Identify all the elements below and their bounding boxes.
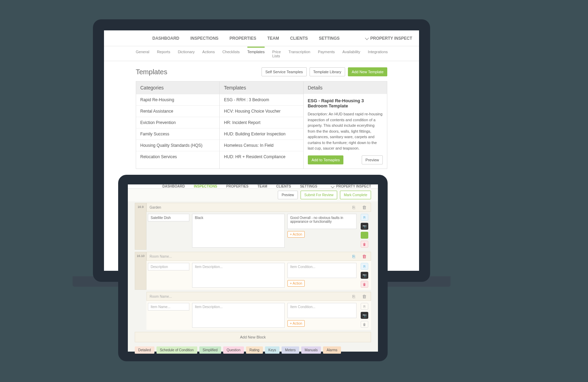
- category-item[interactable]: Eviction Prevention: [136, 117, 219, 128]
- templates-panel: Categories Rapid Re-Housing Rental Assis…: [136, 81, 387, 169]
- item-description-field[interactable]: Black: [192, 214, 285, 248]
- add-to-templates-button[interactable]: Add to Temaples: [308, 155, 344, 164]
- nav-properties[interactable]: PROPERTIES: [226, 184, 248, 188]
- category-item[interactable]: Rapid Re-Housing: [136, 94, 219, 105]
- template-item[interactable]: HUD: Building Exterior Inspection: [220, 128, 303, 140]
- item-name-field[interactable]: Item Name...: [148, 303, 189, 311]
- block-type-chip[interactable]: Rating: [246, 346, 263, 354]
- block-type-chip[interactable]: Keys: [265, 346, 279, 354]
- nav-settings[interactable]: SETTINGS: [300, 184, 317, 188]
- mark-complete-button[interactable]: Mark Complete: [340, 191, 371, 199]
- brand-dropdown[interactable]: PROPERTY INSPECT: [366, 36, 412, 41]
- room-name-row[interactable]: Room Name...⎘🗑: [146, 252, 371, 261]
- trash-icon[interactable]: 🗑: [361, 281, 368, 288]
- copy-icon[interactable]: ⎘: [361, 303, 368, 310]
- nav-team[interactable]: TEAM: [257, 184, 267, 188]
- block-number: 16.9: [135, 203, 146, 250]
- nav-settings[interactable]: SETTINGS: [319, 36, 340, 41]
- submenu-integrations[interactable]: Integrations: [368, 50, 388, 61]
- copy-icon[interactable]: ⎘: [361, 263, 368, 270]
- trash-icon[interactable]: 🗑: [361, 321, 368, 328]
- add-action-button[interactable]: + Action: [287, 231, 305, 238]
- template-item[interactable]: ESG - RRH : 3 Bedroom: [220, 94, 303, 105]
- room-name-row[interactable]: Garden⎘🗑: [146, 203, 371, 212]
- top-nav: DASHBOARD INSPECTIONS PROPERTIES TEAM CL…: [104, 30, 419, 46]
- block-type-chip[interactable]: Meters: [282, 346, 299, 354]
- item-description-field[interactable]: Item Description...: [192, 263, 285, 288]
- trash-icon[interactable]: 🗑: [360, 204, 368, 211]
- block-type-chip[interactable]: Manuals: [301, 346, 321, 354]
- camera-icon[interactable]: 📷: [361, 223, 368, 230]
- submenu-transcription[interactable]: Transcription: [288, 50, 310, 61]
- category-item[interactable]: Relocation Services: [136, 151, 219, 162]
- submenu-general[interactable]: General: [136, 50, 149, 61]
- laptop-front-frame: DASHBOARD INSPECTIONS PROPERTIES TEAM CL…: [118, 175, 388, 361]
- submenu-checklists[interactable]: Checklists: [222, 50, 240, 61]
- item-condition-field[interactable]: Good Overall - no obvious faults in appe…: [287, 214, 357, 229]
- nav-inspections[interactable]: INSPECTIONS: [190, 36, 218, 41]
- category-item[interactable]: Family Success: [136, 128, 219, 140]
- submenu-payments[interactable]: Payments: [318, 50, 335, 61]
- col-templates-header: Templates: [220, 82, 303, 94]
- nav-properties[interactable]: PROPERTIES: [229, 36, 256, 41]
- template-item[interactable]: Homeless Census: In Field: [220, 140, 303, 151]
- add-action-button[interactable]: + Action: [287, 280, 305, 287]
- add-action-button[interactable]: + Action: [287, 320, 305, 327]
- template-item[interactable]: HUD: HR + Resident Compliance: [220, 151, 303, 162]
- block-number: 16.10: [135, 252, 146, 290]
- template-item[interactable]: HCV: Housing Choice Voucher: [220, 105, 303, 117]
- nav-inspections[interactable]: INSPECTIONS: [194, 184, 217, 188]
- item-condition-field[interactable]: Item Condition...: [287, 303, 357, 318]
- camera-icon[interactable]: 📷: [361, 272, 368, 279]
- block-type-chip[interactable]: Question: [223, 346, 244, 354]
- submenu-pricelists[interactable]: Price Lists: [272, 50, 281, 61]
- item-description-field[interactable]: Item Description...: [192, 303, 285, 328]
- room-name-row[interactable]: Room Name...⎘🗑: [146, 292, 371, 301]
- top-nav: DASHBOARD INSPECTIONS PROPERTIES TEAM CL…: [128, 184, 378, 189]
- submit-for-review-button[interactable]: Submit For Review: [301, 191, 337, 199]
- submenu-actions[interactable]: Actions: [202, 50, 215, 61]
- self-service-templates-button[interactable]: Self Service Teamples: [262, 67, 307, 76]
- copy-icon[interactable]: ⎘: [350, 253, 358, 260]
- submenu-dictionary[interactable]: Dictionary: [178, 50, 195, 61]
- brand-dropdown[interactable]: PROPERTY INSPECT: [331, 184, 371, 188]
- trash-icon[interactable]: 🗑: [360, 293, 368, 300]
- template-library-button[interactable]: Template Library: [310, 67, 345, 76]
- item-condition-field[interactable]: Item Condition...: [287, 263, 357, 278]
- trash-icon[interactable]: 🗑: [361, 241, 368, 248]
- item-name-field[interactable]: Satellite Dish: [148, 214, 189, 221]
- copy-icon[interactable]: ⎘: [350, 204, 358, 211]
- col-categories-header: Categories: [136, 82, 219, 94]
- preview-button[interactable]: Preview: [278, 191, 298, 199]
- nav-dashboard[interactable]: DASHBOARD: [152, 36, 179, 41]
- add-new-template-button[interactable]: Add New Template: [348, 67, 387, 76]
- settings-submenu: General Reports Dictionary Actions Check…: [104, 46, 419, 61]
- template-item[interactable]: HR: Incident Report: [220, 117, 303, 128]
- item-name-field[interactable]: Description: [148, 263, 189, 270]
- page-title: Templates: [136, 68, 167, 76]
- detail-description: Description: An HUD based rapid re-housi…: [308, 111, 383, 151]
- trash-icon[interactable]: 🗑: [360, 253, 368, 260]
- submenu-templates[interactable]: Templates: [247, 47, 265, 61]
- detail-title: ESG - Rapid Re-Housing 3 Bedroom Templat…: [308, 98, 383, 108]
- camera-icon[interactable]: 📷: [361, 312, 368, 319]
- block-type-chip[interactable]: Alarms: [323, 346, 341, 354]
- submenu-availability[interactable]: Availability: [342, 50, 360, 61]
- nav-team[interactable]: TEAM: [267, 36, 279, 41]
- copy-icon[interactable]: ⎘: [361, 214, 368, 221]
- block-type-chip[interactable]: Schedule of Condition: [157, 346, 197, 354]
- chevron-down-icon: [331, 184, 334, 188]
- nav-clients[interactable]: CLIENTS: [290, 36, 308, 41]
- preview-template-button[interactable]: Preview: [362, 155, 383, 164]
- category-item[interactable]: Rental Assistance: [136, 105, 219, 117]
- nav-clients[interactable]: CLIENTS: [276, 184, 291, 188]
- add-new-block-button[interactable]: Add New Block: [135, 332, 371, 342]
- col-details-header: Details: [304, 82, 387, 94]
- submenu-reports[interactable]: Reports: [157, 50, 170, 61]
- category-item[interactable]: Housing Quality Standards (HQS): [136, 140, 219, 151]
- copy-icon[interactable]: ⎘: [350, 293, 358, 300]
- block-type-chip[interactable]: Simplified: [199, 346, 221, 354]
- status-indicator: [361, 232, 368, 239]
- nav-dashboard[interactable]: DASHBOARD: [162, 184, 185, 188]
- block-type-chip[interactable]: Detailed: [135, 346, 154, 354]
